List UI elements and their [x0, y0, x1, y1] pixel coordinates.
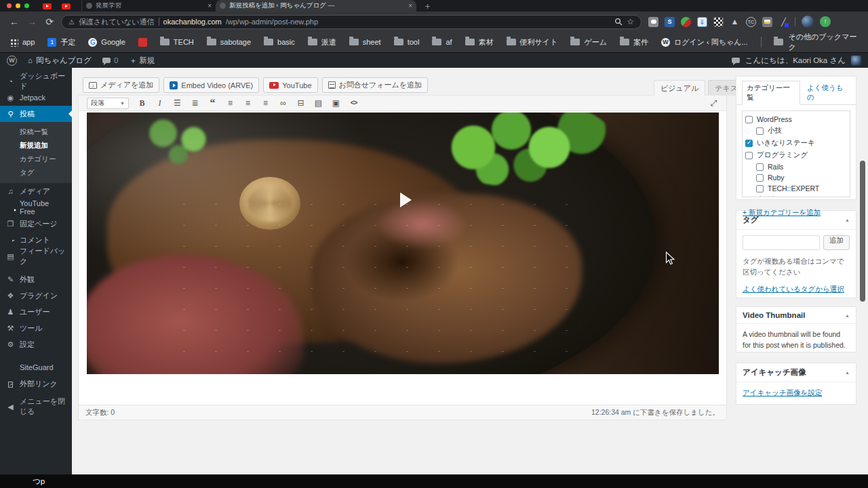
sidebar-item-siteguard[interactable]: SiteGuard: [0, 359, 72, 375]
bullet-list-icon[interactable]: ☰: [173, 99, 182, 107]
qr-extension-icon[interactable]: [713, 17, 724, 27]
set-featured-image-link[interactable]: アイキャッチ画像を設定: [743, 388, 822, 396]
bookmark-yotei[interactable]: 1予定: [47, 37, 75, 47]
admin-bar-comments[interactable]: 0: [102, 56, 118, 64]
category-row[interactable]: いきなりステーキ: [745, 138, 847, 148]
line-extension-icon[interactable]: [648, 17, 658, 27]
checkbox[interactable]: [745, 116, 753, 123]
sidebar-item-jetpack[interactable]: ◉Jetpack: [0, 89, 72, 106]
new-tab-button[interactable]: ＋: [423, 1, 432, 11]
browser-tab-active[interactable]: 新規投稿を追加 ‹ 岡ちゃんブログ — ×: [216, 0, 416, 12]
drive-extension-icon[interactable]: ▲: [730, 17, 740, 27]
bookmark-favicon-site[interactable]: [138, 38, 147, 47]
bookmark-wp-login[interactable]: Wログイン ‹ 岡ちゃん...: [661, 37, 748, 47]
chrome-update-icon[interactable]: ↑: [820, 16, 831, 27]
category-row[interactable]: Ruby: [756, 174, 847, 182]
sidebar-item-pages[interactable]: ❐固定ページ: [0, 216, 72, 232]
search-icon[interactable]: [614, 18, 623, 26]
category-row[interactable]: Rails: [756, 163, 847, 171]
submenu-item-add-new[interactable]: 新規追加: [0, 138, 72, 152]
bookmark-folder-game[interactable]: ゲーム: [570, 37, 607, 47]
featured-image-header[interactable]: アイキャッチ画像 ▲: [736, 363, 856, 382]
address-bar[interactable]: ⚠ 保護されていない通信 okachanblog.com /wp/wp-admi…: [61, 15, 642, 29]
sidebar-item-dashboard[interactable]: ◔ダッシュボード: [0, 73, 72, 89]
sidebar-item-feedback[interactable]: ▤フィードバック: [0, 248, 72, 264]
tab-visual[interactable]: ビジュアル: [654, 80, 705, 96]
wand-extension-icon[interactable]: [778, 17, 789, 27]
bold-icon[interactable]: B: [138, 99, 146, 107]
checkbox[interactable]: [756, 127, 764, 135]
forward-icon[interactable]: →: [23, 16, 41, 27]
tag-add-button[interactable]: 追加: [823, 235, 850, 250]
bookmark-folder-sheet[interactable]: sheet: [349, 38, 381, 46]
tab-all-categories[interactable]: カテゴリー一覧: [742, 81, 800, 105]
sidebar-item-appearance[interactable]: ✎外観: [0, 271, 72, 287]
sidebar-item-external-link[interactable]: ↗外部リンク: [0, 375, 72, 392]
sidebar-item-youtube-free[interactable]: YouTube Free: [0, 199, 72, 216]
youtube-button[interactable]: YouTube: [263, 77, 317, 93]
profile-avatar[interactable]: [802, 16, 814, 28]
submenu-item-categories[interactable]: カテゴリー: [0, 152, 72, 165]
admin-bar-new[interactable]: ＋ 新規: [129, 56, 155, 66]
reload-icon[interactable]: ⟳: [41, 16, 58, 27]
paragraph-format-select[interactable]: 段落▼: [87, 98, 129, 109]
contact-form-button[interactable]: お問合せフォームを追加: [322, 77, 429, 93]
video-thumbnail-header[interactable]: Video Thumbnail ▲: [736, 307, 856, 324]
add-new-category-link[interactable]: + 新規カテゴリーを追加: [743, 208, 821, 216]
bookmark-folder-tech[interactable]: TECH: [160, 38, 194, 46]
wordpress-logo-icon[interactable]: W: [7, 56, 17, 66]
sidebar-item-tools[interactable]: ⚒ツール: [0, 320, 72, 336]
bookmark-folder-anken[interactable]: 案件: [620, 37, 648, 47]
other-bookmarks[interactable]: その他のブックマーク: [761, 32, 859, 52]
link-icon[interactable]: ∞: [279, 99, 288, 107]
checkbox[interactable]: [756, 185, 764, 192]
checkbox[interactable]: [745, 197, 753, 198]
sidebar-item-media[interactable]: ♫メディア: [0, 183, 72, 199]
download-extension-icon[interactable]: ⇓: [697, 17, 707, 27]
more-tag-icon[interactable]: ⊟: [296, 99, 305, 107]
bookmark-folder-tool[interactable]: tool: [394, 38, 420, 46]
bookmark-folder-sozai[interactable]: 素材: [465, 37, 494, 47]
numbered-list-icon[interactable]: ≣: [191, 99, 199, 107]
category-row[interactable]: 未分類: [745, 195, 847, 197]
checkbox[interactable]: [756, 174, 764, 182]
category-row[interactable]: 小技: [756, 126, 847, 136]
collapse-toggle-icon[interactable]: ▲: [845, 370, 850, 375]
sidebar-item-posts[interactable]: ⚲投稿: [0, 106, 72, 122]
align-left-icon[interactable]: ≡: [226, 99, 235, 107]
collapse-toggle-icon[interactable]: ▲: [845, 313, 850, 318]
security-warning-label[interactable]: 保護されていない通信: [79, 17, 155, 27]
tab-most-used[interactable]: よく使うもの: [806, 81, 850, 104]
window-close-button[interactable]: [7, 3, 12, 8]
form-shortcode-icon[interactable]: ▣: [332, 99, 340, 107]
category-row[interactable]: TECH::EXPERT: [756, 184, 847, 192]
layout-icon[interactable]: ▤: [314, 99, 323, 107]
tab-close-icon[interactable]: ×: [408, 2, 412, 9]
browser-tab-inactive[interactable]: 発展学習 ×: [81, 0, 216, 12]
sidebar-item-users[interactable]: ♟ユーザー: [0, 304, 72, 320]
admin-bar-account[interactable]: こんにちは、Kaori Oka さん: [732, 56, 861, 66]
fullscreen-icon[interactable]: ⤢: [709, 99, 718, 107]
code-icon[interactable]: <>: [349, 100, 358, 106]
choose-frequent-tags-link[interactable]: よく使われているタグから選択: [743, 285, 844, 293]
submenu-item-tags[interactable]: タグ: [0, 165, 72, 179]
screenshot-extension-icon[interactable]: [762, 17, 772, 27]
pinned-tab-youtube-2[interactable]: [60, 2, 72, 10]
sidebar-item-settings[interactable]: ⚙設定: [0, 336, 72, 352]
bookmark-folder-haken[interactable]: 派遣: [308, 37, 336, 47]
bookmark-folder-sabotage[interactable]: sabotage: [207, 38, 251, 46]
window-zoom-button[interactable]: [24, 3, 29, 8]
play-button-icon[interactable]: [400, 192, 412, 207]
tc-extension-icon[interactable]: TC: [746, 17, 756, 27]
plant-extension-icon[interactable]: [681, 17, 691, 27]
sidebar-collapse-menu[interactable]: ◀メニューを閉じる: [0, 399, 72, 415]
checkbox[interactable]: [745, 152, 753, 159]
macos-window-controls[interactable]: [7, 3, 29, 8]
bookmark-app[interactable]: app: [9, 38, 35, 47]
checkbox-checked[interactable]: [745, 140, 753, 147]
sidebar-item-plugins[interactable]: ❖プラグイン: [0, 287, 72, 304]
add-media-button[interactable]: ♪メディアを追加: [83, 77, 159, 93]
admin-bar-site-name[interactable]: ⌂ 岡ちゃんブログ: [28, 56, 92, 66]
align-center-icon[interactable]: ≡: [243, 99, 252, 107]
bookmark-folder-benri[interactable]: 便利サイト: [507, 37, 558, 47]
